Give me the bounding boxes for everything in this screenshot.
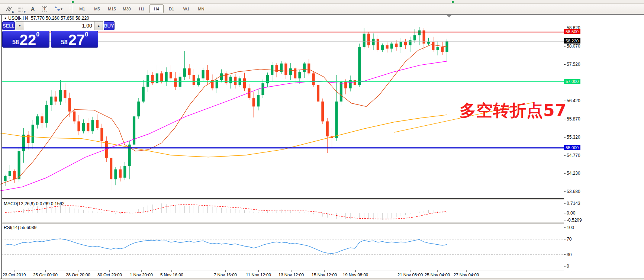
buy-price-button[interactable]: 58 27 0 [51, 31, 98, 48]
macd-indicator-label: MACD(12,26,9) 0.0799 0.1562 [4, 201, 64, 206]
price-tick-label: 53.680 [567, 189, 580, 194]
volume-decrease-button[interactable]: ▾ [16, 22, 24, 30]
chart-title: ▲ USOil-,H4 57.770 58.260 57.650 58.220 [4, 16, 89, 21]
volume-increase-button[interactable]: ▴ [94, 22, 103, 30]
text-label-glyph: A [31, 6, 35, 12]
timeframe-button-M5[interactable]: M5 [90, 4, 104, 13]
sell-price-sup: 0 [36, 32, 39, 38]
time-axis-label: 25 Oct 00:00 [28, 273, 63, 277]
pattern-tool-sub: E [12, 10, 14, 13]
timeframe-toolbar: M1M5M15M30H1H4D1W1MN [75, 4, 209, 13]
macd-scale-label: 0.7143 [567, 201, 580, 206]
price-tick-label: 55.320 [567, 135, 580, 140]
price-tick-label: 54.230 [567, 171, 580, 176]
time-axis-label: 13 Nov 12:00 [273, 273, 309, 277]
arrows-tool-icon[interactable]: ▾ [51, 4, 66, 14]
timeframe-button-M30[interactable]: M30 [120, 4, 134, 13]
price-tick-label: 55.870 [567, 116, 580, 122]
price-tick-label: 58.070 [567, 44, 580, 49]
chart-annotation-text: 多空转折点57 [460, 100, 567, 122]
rsi-name: RSI(14) [4, 225, 19, 230]
grid-tool-sub: F [24, 10, 26, 13]
macd-value: 0.0799 [36, 201, 50, 206]
time-axis-label: 11 Nov 12:00 [241, 273, 276, 277]
rsi-indicator-label: RSI(14) 55.6039 [4, 225, 36, 230]
sell-price-main: 58 [12, 39, 19, 45]
time-axis-label: 30 Oct 20:00 [92, 273, 128, 277]
macd-signal-value: 0.1562 [51, 201, 65, 206]
timeframe-button-MN[interactable]: MN [194, 4, 208, 13]
rsi-scale-label: 30 [567, 252, 571, 257]
time-axis-label: 28 Oct 20:00 [60, 273, 96, 277]
textbox-glyph: T [42, 6, 48, 12]
price-badge-58.500: 58.500 [564, 29, 580, 34]
price-tick-label: 57.520 [567, 62, 580, 67]
symbol-marker-icon: ▲ [4, 16, 7, 20]
buy-button[interactable]: BUY [104, 21, 115, 30]
textbox-tool-icon[interactable]: T [39, 4, 51, 14]
price-tick-label: 54.770 [567, 153, 580, 158]
price-badge-58.220: 58.220 [564, 38, 580, 44]
price-badge-55.000: 55.000 [564, 145, 580, 150]
buy-price-big: 27 [68, 34, 85, 46]
buy-price-sup: 0 [85, 32, 88, 38]
mt4-terminal-window: E F A T ▾ M1M5M15M30H1H4D1W1MN ▲ USOil-,… [0, 0, 644, 280]
timeframe-button-H1[interactable]: H1 [135, 4, 149, 13]
volume-input[interactable] [24, 22, 94, 30]
sell-price-button[interactable]: 58 22 0 [2, 31, 49, 48]
price-badge-57.000: 57.000 [564, 79, 580, 84]
timeframe-button-W1[interactable]: W1 [179, 4, 193, 13]
macd-scale-label: -0.5209 [567, 218, 582, 223]
rsi-value: 55.6039 [20, 225, 36, 230]
macd-name: MACD(12,26,9) [4, 201, 35, 206]
rsi-scale-label: 70 [567, 236, 571, 242]
time-axis-label: 15 Nov 12:00 [306, 273, 342, 277]
rsi-scale-label: 0 [567, 264, 569, 269]
macd-scale-label: 0.00 [567, 210, 575, 216]
time-axis-label: 7 Nov 16:00 [207, 273, 243, 277]
sell-price-big: 22 [20, 34, 36, 46]
one-click-trading-panel: SELL ▾ ▴ BUY 58 22 0 58 27 0 [2, 21, 98, 48]
timeframe-button-H4[interactable]: H4 [149, 4, 164, 13]
chart-ohlc-values: 57.770 58.260 57.650 58.220 [31, 16, 89, 21]
time-axis-label: 19 Nov 08:00 [338, 273, 373, 277]
sell-button[interactable]: SELL [2, 21, 15, 30]
text-label-tool-icon[interactable]: A [27, 4, 39, 14]
chart-symbol-period: USOil-,H4 [8, 16, 28, 21]
price-tick-label: 56.420 [567, 98, 580, 103]
timeframe-button-D1[interactable]: D1 [164, 4, 178, 13]
rsi-scale-label: 100 [567, 225, 574, 230]
timeframe-button-M1[interactable]: M1 [75, 4, 89, 13]
time-axis-label: 27 Nov 04:00 [448, 273, 484, 277]
volume-spinner: ▾ ▴ [16, 21, 103, 30]
main-toolbar: E F A T ▾ M1M5M15M30H1H4D1W1MN [0, 4, 644, 14]
pattern-tool-icon[interactable]: E [3, 4, 15, 14]
grid-tool-icon[interactable]: F [15, 4, 27, 14]
toolbar-separator [70, 5, 73, 13]
time-axis-label: 5 Nov 16:00 [154, 273, 190, 277]
timeframe-button-M15[interactable]: M15 [105, 4, 119, 13]
dropdown-caret-icon[interactable]: ▾ [61, 7, 62, 11]
buy-price-main: 58 [61, 39, 68, 45]
